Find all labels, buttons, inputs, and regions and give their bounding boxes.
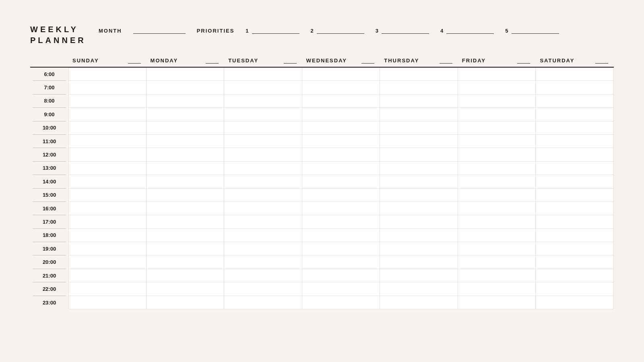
schedule-slot[interactable]	[224, 121, 302, 135]
schedule-slot[interactable]	[380, 255, 458, 269]
priority-1-input[interactable]	[252, 26, 299, 34]
schedule-slot[interactable]	[458, 296, 536, 309]
priority-3-input[interactable]	[382, 26, 429, 34]
schedule-slot[interactable]	[458, 148, 536, 161]
schedule-slot[interactable]	[224, 162, 302, 175]
schedule-slot[interactable]	[458, 175, 536, 188]
day-date-input[interactable]	[517, 57, 530, 64]
schedule-slot[interactable]	[68, 68, 147, 81]
schedule-slot[interactable]	[302, 269, 380, 282]
schedule-slot[interactable]	[302, 95, 380, 108]
schedule-slot[interactable]	[68, 215, 147, 228]
schedule-slot[interactable]	[380, 108, 458, 121]
schedule-slot[interactable]	[147, 296, 225, 309]
schedule-slot[interactable]	[458, 95, 536, 108]
schedule-slot[interactable]	[380, 68, 458, 81]
schedule-slot[interactable]	[224, 242, 302, 255]
schedule-slot[interactable]	[302, 175, 380, 188]
schedule-slot[interactable]	[536, 175, 614, 188]
schedule-slot[interactable]	[302, 242, 380, 255]
schedule-slot[interactable]	[147, 189, 225, 202]
schedule-slot[interactable]	[302, 282, 380, 296]
schedule-slot[interactable]	[147, 202, 225, 215]
schedule-slot[interactable]	[536, 282, 614, 296]
schedule-slot[interactable]	[147, 121, 225, 135]
schedule-slot[interactable]	[147, 255, 225, 269]
schedule-slot[interactable]	[302, 121, 380, 135]
schedule-slot[interactable]	[147, 229, 225, 242]
schedule-slot[interactable]	[68, 229, 147, 242]
schedule-slot[interactable]	[458, 68, 536, 81]
schedule-slot[interactable]	[536, 215, 614, 228]
schedule-slot[interactable]	[224, 255, 302, 269]
schedule-slot[interactable]	[68, 282, 147, 296]
schedule-slot[interactable]	[302, 202, 380, 215]
schedule-slot[interactable]	[224, 135, 302, 148]
schedule-slot[interactable]	[380, 215, 458, 228]
schedule-slot[interactable]	[147, 108, 225, 121]
schedule-slot[interactable]	[68, 81, 147, 94]
schedule-slot[interactable]	[147, 242, 225, 255]
schedule-slot[interactable]	[302, 215, 380, 228]
schedule-slot[interactable]	[224, 148, 302, 161]
day-date-input[interactable]	[206, 57, 219, 64]
schedule-slot[interactable]	[458, 81, 536, 94]
schedule-slot[interactable]	[147, 95, 225, 108]
schedule-slot[interactable]	[68, 175, 147, 188]
schedule-slot[interactable]	[224, 108, 302, 121]
schedule-slot[interactable]	[536, 81, 614, 94]
schedule-slot[interactable]	[536, 121, 614, 135]
schedule-slot[interactable]	[147, 162, 225, 175]
schedule-slot[interactable]	[380, 95, 458, 108]
schedule-slot[interactable]	[380, 175, 458, 188]
day-date-input[interactable]	[440, 57, 452, 64]
schedule-slot[interactable]	[380, 282, 458, 296]
schedule-slot[interactable]	[380, 296, 458, 309]
schedule-slot[interactable]	[536, 296, 614, 309]
schedule-slot[interactable]	[68, 135, 147, 148]
schedule-slot[interactable]	[536, 229, 614, 242]
schedule-slot[interactable]	[68, 95, 147, 108]
priority-5-input[interactable]	[512, 26, 559, 34]
schedule-slot[interactable]	[536, 68, 614, 81]
schedule-slot[interactable]	[302, 108, 380, 121]
schedule-slot[interactable]	[224, 81, 302, 94]
schedule-slot[interactable]	[224, 175, 302, 188]
schedule-slot[interactable]	[224, 229, 302, 242]
schedule-slot[interactable]	[302, 255, 380, 269]
day-date-input[interactable]	[595, 57, 608, 64]
schedule-slot[interactable]	[458, 121, 536, 135]
schedule-slot[interactable]	[536, 189, 614, 202]
schedule-slot[interactable]	[380, 162, 458, 175]
schedule-slot[interactable]	[380, 242, 458, 255]
schedule-slot[interactable]	[147, 269, 225, 282]
day-date-input[interactable]	[284, 57, 297, 64]
schedule-slot[interactable]	[380, 81, 458, 94]
schedule-slot[interactable]	[224, 215, 302, 228]
schedule-slot[interactable]	[458, 229, 536, 242]
schedule-slot[interactable]	[302, 229, 380, 242]
schedule-slot[interactable]	[68, 121, 147, 135]
schedule-slot[interactable]	[68, 202, 147, 215]
schedule-slot[interactable]	[302, 162, 380, 175]
schedule-slot[interactable]	[380, 121, 458, 135]
schedule-slot[interactable]	[458, 108, 536, 121]
month-input[interactable]	[133, 26, 186, 34]
priority-4-input[interactable]	[446, 26, 494, 34]
schedule-slot[interactable]	[224, 296, 302, 309]
schedule-slot[interactable]	[224, 95, 302, 108]
schedule-slot[interactable]	[536, 242, 614, 255]
schedule-slot[interactable]	[458, 255, 536, 269]
schedule-slot[interactable]	[458, 189, 536, 202]
schedule-slot[interactable]	[224, 282, 302, 296]
day-date-input[interactable]	[128, 57, 141, 64]
day-date-input[interactable]	[361, 57, 374, 64]
schedule-slot[interactable]	[536, 255, 614, 269]
schedule-slot[interactable]	[302, 135, 380, 148]
schedule-slot[interactable]	[147, 81, 225, 94]
schedule-slot[interactable]	[380, 269, 458, 282]
schedule-slot[interactable]	[224, 68, 302, 81]
schedule-slot[interactable]	[536, 108, 614, 121]
schedule-slot[interactable]	[68, 242, 147, 255]
schedule-slot[interactable]	[68, 269, 147, 282]
